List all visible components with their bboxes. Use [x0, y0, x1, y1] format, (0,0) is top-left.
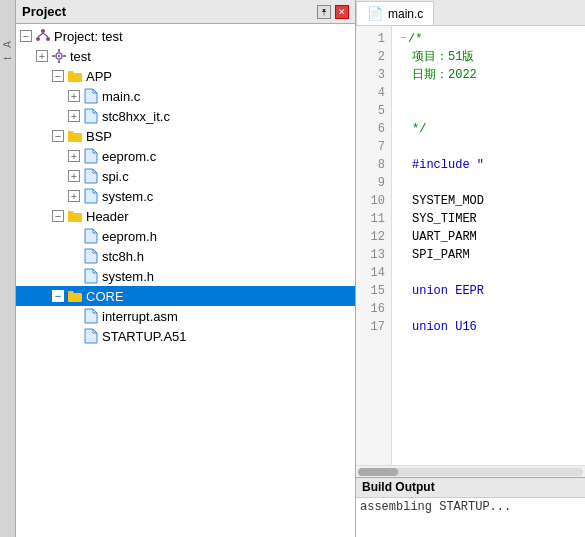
tree-icon-system_h	[83, 268, 99, 284]
tree-item-eeprom_h[interactable]: eeprom.h	[16, 226, 355, 246]
code-line-15: union EEPR	[400, 282, 577, 300]
tree-item-core[interactable]: −CORE	[16, 286, 355, 306]
collapse-1[interactable]: −	[400, 30, 406, 48]
tree-expander-stc8hxx_it[interactable]: +	[68, 110, 80, 122]
line-number-10: 10	[362, 192, 385, 210]
pin-button[interactable]: 🖈	[317, 5, 331, 19]
tree-label-bsp: BSP	[86, 129, 112, 144]
svg-rect-7	[58, 49, 60, 52]
left-edge: A t	[0, 0, 16, 537]
close-button[interactable]: ✕	[335, 5, 349, 19]
editor-panel: 📄 main.c 1234567891011121314151617 −/* 项…	[356, 0, 585, 537]
scrollbar-thumb[interactable]	[358, 468, 398, 476]
tree-label-root: Project: test	[54, 29, 123, 44]
line-number-9: 9	[362, 174, 385, 192]
tree-item-startup_a51[interactable]: STARTUP.A51	[16, 326, 355, 346]
tree-icon-bsp	[67, 128, 83, 144]
tree-expander-spi_c[interactable]: +	[68, 170, 80, 182]
code-line-2: 项目：51版	[400, 48, 577, 66]
svg-point-0	[41, 29, 45, 33]
tree-label-stc8hxx_it: stc8hxx_it.c	[102, 109, 170, 124]
tree-expander-main_c[interactable]: +	[68, 90, 80, 102]
code-line-5	[400, 102, 577, 120]
code-content-15: union EEPR	[412, 282, 484, 300]
line-number-16: 16	[362, 300, 385, 318]
tree-expander-interrupt_asm[interactable]	[68, 310, 80, 322]
tree-label-eeprom_h: eeprom.h	[102, 229, 157, 244]
line-number-4: 4	[362, 84, 385, 102]
tree-icon-interrupt_asm	[83, 308, 99, 324]
line-number-5: 5	[362, 102, 385, 120]
code-line-6: */	[400, 120, 577, 138]
code-content-6: */	[412, 120, 426, 138]
tree-icon-system_c	[83, 188, 99, 204]
line-number-2: 2	[362, 48, 385, 66]
tree-item-system_c[interactable]: +system.c	[16, 186, 355, 206]
tree-item-system_h[interactable]: system.h	[16, 266, 355, 286]
code-lines[interactable]: −/* 项目：51版 日期：2022*/#include "SYSTEM_MOD…	[392, 26, 585, 465]
tree-expander-system_h[interactable]	[68, 270, 80, 282]
tree-expander-test[interactable]: +	[36, 50, 48, 62]
tree-label-system_c: system.c	[102, 189, 153, 204]
code-content-3: 日期：2022	[412, 66, 477, 84]
code-content-8: #include "	[412, 156, 484, 174]
project-tree[interactable]: −Project: test+test−APP+main.c+stc8hxx_i…	[16, 24, 355, 537]
code-line-1: −/*	[400, 30, 577, 48]
project-panel: Project 🖈 ✕ −Project: test+test−APP+main…	[16, 0, 356, 537]
tree-label-stc8h_h: stc8h.h	[102, 249, 144, 264]
code-line-9	[400, 174, 577, 192]
tree-expander-header[interactable]: −	[52, 210, 64, 222]
tree-item-stc8hxx_it[interactable]: +stc8hxx_it.c	[16, 106, 355, 126]
tree-expander-core[interactable]: −	[52, 290, 64, 302]
tree-item-app[interactable]: −APP	[16, 66, 355, 86]
tree-item-root[interactable]: −Project: test	[16, 26, 355, 46]
code-line-14	[400, 264, 577, 282]
panel-icons: 🖈 ✕	[317, 5, 349, 19]
tree-icon-header	[67, 208, 83, 224]
code-line-17: union U16	[400, 318, 577, 336]
code-line-4	[400, 84, 577, 102]
code-area: 1234567891011121314151617 −/* 项目：51版 日期：…	[356, 26, 585, 477]
build-output-panel: Build Output assembling STARTUP...	[356, 477, 585, 537]
svg-point-1	[36, 37, 40, 41]
line-numbers: 1234567891011121314151617	[356, 26, 392, 465]
tree-expander-eeprom_h[interactable]	[68, 230, 80, 242]
tree-expander-startup_a51[interactable]	[68, 330, 80, 342]
tree-expander-bsp[interactable]: −	[52, 130, 64, 142]
tree-icon-app	[67, 68, 83, 84]
line-number-6: 6	[362, 120, 385, 138]
code-content-13: SPI_PARM	[412, 246, 470, 264]
tree-icon-spi_c	[83, 168, 99, 184]
tree-expander-app[interactable]: −	[52, 70, 64, 82]
tree-item-header[interactable]: −Header	[16, 206, 355, 226]
edge-label-t: t	[2, 56, 13, 60]
tree-item-interrupt_asm[interactable]: interrupt.asm	[16, 306, 355, 326]
code-line-7	[400, 138, 577, 156]
tree-expander-root[interactable]: −	[20, 30, 32, 42]
tree-item-stc8h_h[interactable]: stc8h.h	[16, 246, 355, 266]
tree-expander-stc8h_h[interactable]	[68, 250, 80, 262]
tree-icon-eeprom_h	[83, 228, 99, 244]
scrollbar-track[interactable]	[358, 468, 583, 476]
svg-rect-10	[63, 55, 66, 57]
tree-item-main_c[interactable]: +main.c	[16, 86, 355, 106]
line-number-11: 11	[362, 210, 385, 228]
tree-expander-system_c[interactable]: +	[68, 190, 80, 202]
code-line-11: SYS_TIMER	[400, 210, 577, 228]
tree-icon-eeprom_c	[83, 148, 99, 164]
main-c-tab[interactable]: 📄 main.c	[356, 1, 434, 25]
tree-item-test[interactable]: +test	[16, 46, 355, 66]
line-number-17: 17	[362, 318, 385, 336]
tree-label-interrupt_asm: interrupt.asm	[102, 309, 178, 324]
code-content-12: UART_PARM	[412, 228, 477, 246]
tree-expander-eeprom_c[interactable]: +	[68, 150, 80, 162]
svg-line-3	[38, 33, 43, 37]
horizontal-scrollbar[interactable]	[356, 465, 585, 477]
tree-item-spi_c[interactable]: +spi.c	[16, 166, 355, 186]
tree-item-eeprom_c[interactable]: +eeprom.c	[16, 146, 355, 166]
tree-icon-test	[51, 48, 67, 64]
tree-item-bsp[interactable]: −BSP	[16, 126, 355, 146]
tree-label-app: APP	[86, 69, 112, 84]
panel-title: Project	[22, 4, 66, 19]
svg-rect-8	[58, 60, 60, 63]
